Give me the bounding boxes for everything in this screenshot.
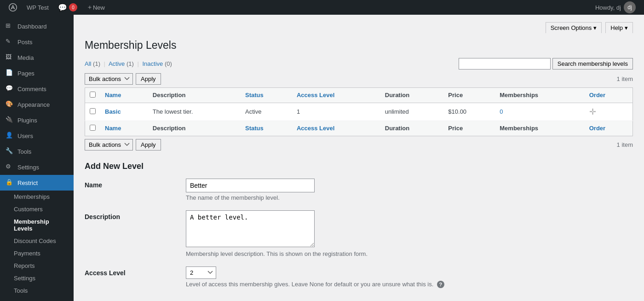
sidebar-item-dashboard[interactable]: ⊞ Dashboard <box>0 18 74 34</box>
access-level-select[interactable]: None12345 <box>186 266 216 279</box>
tools-icon: 🔧 <box>6 147 14 156</box>
row-duration: unlimited <box>380 103 444 121</box>
sidebar: ⊞ Dashboard ✎ Posts 🖼 Media 📄 Pages 💬 Co… <box>0 15 74 301</box>
filter-all[interactable]: All (1) <box>85 60 102 67</box>
screen-options-arrow: ▾ <box>593 24 597 31</box>
tfoot-price: Price <box>443 121 495 136</box>
pages-icon: 📄 <box>6 69 14 77</box>
membership-levels-table: Name Description Status Access Level Dur… <box>85 87 633 136</box>
sidebar-item-media[interactable]: 🖼 Media <box>0 50 74 65</box>
sidebar-item-posts[interactable]: ✎ Posts <box>0 34 74 50</box>
sidebar-item-comments[interactable]: 💬 Comments <box>0 81 74 97</box>
row-memberships-link[interactable]: 0 <box>500 108 503 115</box>
submenu-payments[interactable]: Payments <box>0 247 74 260</box>
th-price: Price <box>443 87 495 103</box>
description-label: Description <box>85 210 186 220</box>
wp-logo[interactable] <box>4 3 22 12</box>
th-status: Status <box>241 87 292 103</box>
screen-options-button[interactable]: Screen Options ▾ <box>546 22 602 33</box>
th-order: Order <box>585 87 633 103</box>
th-description: Description <box>148 87 241 103</box>
help-button[interactable]: Help ▾ <box>605 22 633 33</box>
new-label: New <box>93 4 105 11</box>
comment-icon: 💬 <box>58 3 67 12</box>
sidebar-label-plugins: Plugins <box>17 117 37 124</box>
filter-active[interactable]: Active (1) <box>109 60 136 67</box>
avatar: dj <box>624 1 636 13</box>
filter-inactive[interactable]: Inactive (0) <box>142 60 172 67</box>
th-duration: Duration <box>380 87 444 103</box>
howdy-section[interactable]: Howdy, dj dj <box>591 1 640 13</box>
sort-access-level[interactable]: Access Level <box>297 92 334 98</box>
sidebar-item-restrict[interactable]: 🔒 Restrict <box>0 175 74 191</box>
tfoot-order: Order <box>585 121 633 136</box>
submenu-discount-codes[interactable]: Discount Codes <box>0 235 74 247</box>
name-input[interactable] <box>186 179 315 192</box>
appearance-icon: 🎨 <box>6 100 14 109</box>
sort-status-bottom[interactable]: Status <box>245 125 264 132</box>
row-status: Active <box>241 103 292 121</box>
submenu-tools[interactable]: Tools <box>0 284 74 297</box>
sort-access-level-bottom[interactable]: Access Level <box>297 125 334 132</box>
drag-handle[interactable]: ✛ <box>589 107 596 116</box>
th-memberships: Memberships <box>495 87 584 103</box>
table-body: Basic The lowest tier. Active 1 unlimite… <box>85 103 633 121</box>
sort-order-bottom[interactable]: Order <box>589 125 605 132</box>
top-bar: Screen Options ▾ Help ▾ <box>85 22 633 33</box>
users-icon: 👤 <box>6 132 14 140</box>
access-level-help: Level of access this membership gives. L… <box>186 281 633 288</box>
site-name-item[interactable]: WP Test <box>22 0 53 15</box>
sort-status[interactable]: Status <box>245 92 264 98</box>
select-all-checkbox-top[interactable] <box>90 92 96 98</box>
th-name: Name <box>100 87 148 103</box>
sidebar-label-comments: Comments <box>17 86 46 93</box>
sidebar-item-tools[interactable]: 🔧 Tools <box>0 144 74 159</box>
howdy-text: Howdy, dj <box>595 4 621 11</box>
apply-button-bottom[interactable]: Apply <box>136 139 161 150</box>
sort-order[interactable]: Order <box>589 92 605 98</box>
select-all-checkbox-bottom[interactable] <box>90 125 96 131</box>
table-header-row: Name Description Status Access Level Dur… <box>85 87 633 103</box>
comments-item[interactable]: 💬 0 <box>53 0 82 15</box>
submenu-settings[interactable]: Settings <box>0 272 74 284</box>
description-help: Membership level description. This is sh… <box>186 250 633 257</box>
row-checkbox[interactable] <box>90 108 96 114</box>
help-arrow: ▾ <box>625 24 628 31</box>
tfoot-duration: Duration <box>380 121 444 136</box>
form-row-access-level: Access Level None12345 Level of access t… <box>85 266 633 288</box>
sort-name-bottom[interactable]: Name <box>105 125 121 132</box>
dashboard-icon: ⊞ <box>6 22 14 30</box>
row-access-level: 1 <box>292 103 380 121</box>
sidebar-item-users[interactable]: 👤 Users <box>0 128 74 144</box>
sidebar-label-users: Users <box>17 133 33 139</box>
tfoot-memberships: Memberships <box>495 121 584 136</box>
filter-bar: All (1) | Active (1) | Inactive (0) Sear… <box>85 58 633 69</box>
bulk-bar-top: Bulk actions Apply 1 item <box>85 73 633 85</box>
submenu-membership-levels[interactable]: Membership Levels <box>0 215 74 235</box>
bulk-select-bottom[interactable]: Bulk actions <box>85 139 133 150</box>
sidebar-item-appearance[interactable]: 🎨 Appearance <box>0 97 74 112</box>
sidebar-item-settings[interactable]: ⚙ Settings <box>0 159 74 175</box>
search-button[interactable]: Search membership levels <box>552 58 633 69</box>
sort-name[interactable]: Name <box>105 92 121 98</box>
sidebar-label-pages: Pages <box>17 70 34 77</box>
submenu-customers[interactable]: Customers <box>0 203 74 215</box>
site-name: WP Test <box>27 4 49 11</box>
main-content: Screen Options ▾ Help ▾ Membership Level… <box>74 15 644 301</box>
row-memberships: 0 <box>495 103 584 121</box>
sidebar-item-pages[interactable]: 📄 Pages <box>0 65 74 81</box>
description-textarea[interactable] <box>186 210 315 247</box>
row-name[interactable]: Basic <box>105 108 121 115</box>
form-row-description: Description Membership level description… <box>85 210 633 257</box>
submenu-reports[interactable]: Reports <box>0 260 74 272</box>
search-input[interactable] <box>459 58 551 69</box>
restrict-icon: 🔒 <box>6 179 14 187</box>
new-content-item[interactable]: ＋ New <box>82 0 109 15</box>
apply-button-top[interactable]: Apply <box>136 73 161 85</box>
page-title: Membership Levels <box>85 39 633 52</box>
access-level-help-icon[interactable]: ? <box>437 281 444 288</box>
bulk-select-top[interactable]: Bulk actions <box>85 73 133 85</box>
sidebar-label-tools: Tools <box>17 148 31 155</box>
sidebar-item-plugins[interactable]: 🔌 Plugins <box>0 112 74 128</box>
submenu-memberships[interactable]: Memberships <box>0 191 74 203</box>
